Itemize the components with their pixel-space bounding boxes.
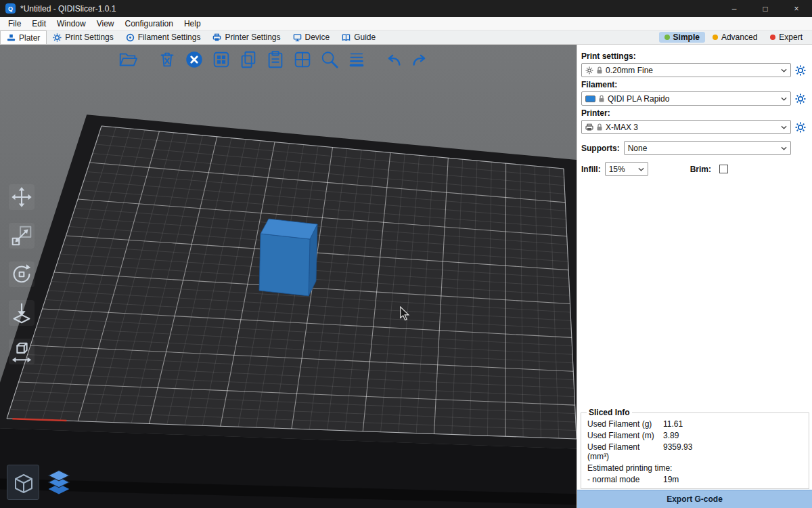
lock-icon xyxy=(596,123,603,131)
supports-value: None xyxy=(628,144,778,153)
arrange-icon xyxy=(211,49,231,70)
title-bar: Q *Untitled - QIDISlicer-1.0.1 – □ × xyxy=(0,0,812,17)
tab-label: Device xyxy=(305,33,330,42)
infill-combo[interactable]: 15% xyxy=(605,162,648,176)
tab-device[interactable]: Device xyxy=(287,30,336,44)
rotate-icon xyxy=(9,262,34,287)
delete-all-button[interactable] xyxy=(183,48,206,71)
minimize-button[interactable]: – xyxy=(719,0,750,17)
lock-icon xyxy=(598,95,605,103)
mode-advanced[interactable]: Advanced xyxy=(707,32,763,43)
infill-value: 15% xyxy=(609,165,635,174)
preview-view-button[interactable] xyxy=(43,465,75,500)
gear-icon xyxy=(795,65,806,76)
undo-button[interactable] xyxy=(382,48,405,71)
measure-gizmo-button[interactable] xyxy=(9,339,35,364)
tab-filament-settings[interactable]: Filament Settings xyxy=(120,30,207,44)
sliced-info-value: 3.89 xyxy=(663,431,679,440)
tab-label: Guide xyxy=(354,33,376,42)
sliced-info-panel: Sliced Info Used Filament (g) 11.61 Used… xyxy=(581,408,809,489)
window-title: *Untitled - QIDISlicer-1.0.1 xyxy=(20,4,116,14)
menu-configuration[interactable]: Configuration xyxy=(120,17,179,30)
brim-label: Brim: xyxy=(690,165,711,174)
open-button[interactable] xyxy=(116,48,139,71)
filament-combo[interactable]: QIDI PLA Rapido xyxy=(581,91,791,106)
search-icon xyxy=(319,49,340,70)
redo-button[interactable] xyxy=(409,48,432,71)
delete-all-icon xyxy=(184,49,204,70)
brim-checkbox[interactable] xyxy=(719,165,728,173)
sliced-info-row: Used Filament (mm³) 9359.93 xyxy=(585,440,805,461)
print-settings-combo[interactable]: 0.20mm Fine xyxy=(581,63,791,77)
move-gizmo-button[interactable] xyxy=(9,184,35,210)
sliced-info-label: - normal mode xyxy=(587,475,663,484)
paste-icon xyxy=(265,49,286,70)
menu-view[interactable]: View xyxy=(91,17,120,30)
supports-combo[interactable]: None xyxy=(624,141,791,155)
filament-color-swatch xyxy=(585,96,595,102)
variable-layer-height-button[interactable] xyxy=(345,48,368,71)
close-button[interactable]: × xyxy=(781,0,812,17)
advanced-mode-dot xyxy=(713,35,718,40)
app-logo-icon: Q xyxy=(5,3,16,14)
split-button[interactable] xyxy=(291,48,314,71)
tab-printer-settings[interactable]: Printer Settings xyxy=(206,30,286,44)
printer-gear-button[interactable] xyxy=(795,121,807,133)
editor-view-button[interactable] xyxy=(7,465,39,500)
supports-label: Supports: xyxy=(581,144,620,153)
viewport-3d[interactable] xyxy=(0,45,577,508)
redo-icon xyxy=(410,49,430,70)
sliced-info-label: Used Filament (m) xyxy=(587,431,663,440)
simple-mode-dot xyxy=(664,35,670,40)
print-settings-label: Print settings: xyxy=(581,51,807,61)
copy-button[interactable] xyxy=(237,48,260,71)
rotate-gizmo-button[interactable] xyxy=(9,261,35,287)
device-icon xyxy=(293,33,302,42)
place-on-face-gizmo-button[interactable] xyxy=(9,300,35,326)
place-on-face-icon xyxy=(9,301,34,325)
scale-icon xyxy=(9,224,34,248)
menu-edit[interactable]: Edit xyxy=(26,17,51,30)
tab-print-settings[interactable]: Print Settings xyxy=(47,30,119,44)
scale-gizmo-button[interactable] xyxy=(9,223,35,249)
menu-bar: File Edit Window View Configuration Help xyxy=(0,17,812,30)
tab-label: Print Settings xyxy=(65,33,113,42)
sliced-info-value: 9359.93 xyxy=(663,442,692,461)
filament-label: Filament: xyxy=(581,80,807,89)
expert-mode-dot xyxy=(770,35,775,40)
tab-guide[interactable]: Guide xyxy=(336,30,382,44)
tab-plater[interactable]: Plater xyxy=(0,30,47,44)
menu-help[interactable]: Help xyxy=(179,17,206,30)
sliced-info-row: Used Filament (m) 3.89 xyxy=(585,429,805,440)
preview-view-icon xyxy=(44,467,74,497)
app-window: Q *Untitled - QIDISlicer-1.0.1 – □ × Fil… xyxy=(0,0,812,508)
gear-icon xyxy=(53,33,62,42)
sliced-info-label: Used Filament (mm³) xyxy=(587,442,663,461)
printer-label: Printer: xyxy=(581,108,807,118)
export-gcode-button[interactable]: Export G-code xyxy=(577,490,812,508)
filament-gear-button[interactable] xyxy=(795,93,807,104)
chevron-down-icon xyxy=(781,68,787,72)
guide-icon xyxy=(342,33,351,42)
gear-icon xyxy=(795,122,806,133)
delete-button[interactable] xyxy=(156,48,179,71)
delete-icon xyxy=(157,49,177,70)
window-controls: – □ × xyxy=(719,0,812,17)
mode-expert[interactable]: Expert xyxy=(765,32,808,43)
sliced-info-value: 11.61 xyxy=(663,419,683,429)
paste-button[interactable] xyxy=(264,48,287,71)
arrange-button[interactable] xyxy=(210,48,233,71)
search-button[interactable] xyxy=(318,48,341,71)
open-icon xyxy=(118,49,138,70)
print-settings-gear-button[interactable] xyxy=(795,64,807,76)
menu-file[interactable]: File xyxy=(3,17,26,30)
chevron-down-icon xyxy=(638,167,644,171)
infill-label: Infill: xyxy=(581,165,601,174)
measure-icon xyxy=(9,339,34,364)
tab-bar: Plater Print Settings Filament Settings … xyxy=(0,30,812,45)
maximize-button[interactable]: □ xyxy=(750,0,781,17)
printer-combo[interactable]: X-MAX 3 xyxy=(581,120,791,134)
menu-window[interactable]: Window xyxy=(51,17,91,30)
scene-canvas[interactable] xyxy=(0,45,577,508)
mode-simple[interactable]: Simple xyxy=(659,32,705,43)
